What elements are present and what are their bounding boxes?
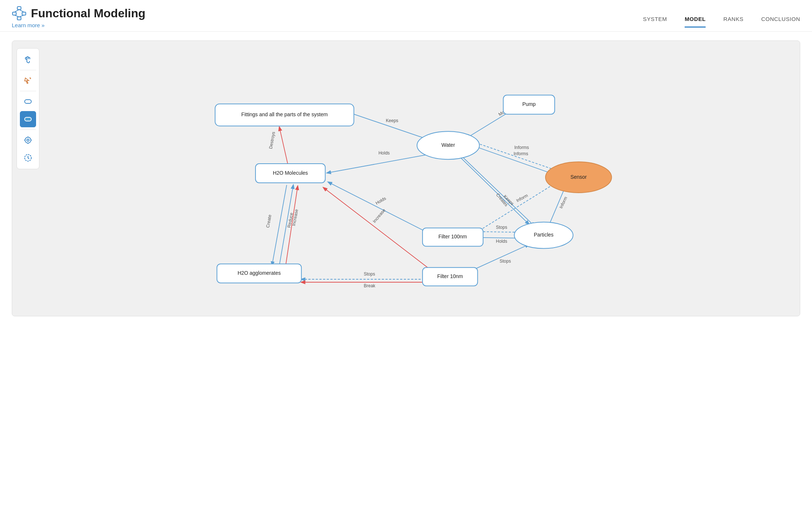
edge-label-increase1: Increase (291, 209, 299, 226)
edge-label-informs2: Informs (514, 145, 529, 150)
edge-label-stops3: Stops (499, 259, 511, 264)
edge-label-holds3: Holds (496, 239, 507, 244)
svg-rect-9 (25, 117, 31, 121)
svg-rect-8 (25, 100, 31, 103)
node-particles-label: Particles (534, 232, 554, 238)
svg-point-11 (27, 139, 29, 141)
node-sensor-label: Sensor (571, 174, 587, 180)
svg-line-6 (14, 15, 19, 17)
svg-point-10 (25, 137, 31, 143)
learn-more-link[interactable]: Learn more » (12, 22, 145, 28)
edge-label-inform2: Inform (515, 193, 529, 203)
rect-tool[interactable] (20, 93, 36, 110)
node-fittings-label: Fittings and all the parts of the system (241, 111, 328, 117)
target-icon (24, 136, 32, 145)
svg-line-31 (469, 245, 529, 272)
arrow-tool[interactable] (20, 72, 36, 89)
svg-line-22 (279, 127, 289, 167)
node-pump-label: Pump (522, 101, 536, 107)
edge-label-create: Create (265, 214, 272, 228)
svg-rect-0 (17, 7, 21, 10)
svg-line-20 (327, 153, 438, 173)
arrow-icon (24, 76, 32, 85)
nav-ranks[interactable]: RANKS (723, 10, 744, 28)
divider-1 (20, 70, 36, 70)
node-h2o-mol-label: H2O Molecules (273, 170, 308, 176)
rect-icon (24, 97, 32, 106)
nav-system[interactable]: SYSTEM (643, 10, 667, 28)
title-row: Functional Modeling (12, 6, 145, 21)
main-content: Moves Keeps Informs Holds Creates Destro… (0, 32, 812, 325)
node-h2o-agg-label: H2O agglomerates (238, 270, 281, 276)
app-title: Functional Modeling (31, 7, 145, 20)
touch-icon (24, 55, 32, 64)
header-left: Functional Modeling Learn more » (12, 6, 145, 31)
nav-model[interactable]: MODEL (685, 10, 706, 28)
svg-line-5 (19, 10, 24, 12)
divider-3 (20, 129, 36, 130)
diagram-svg: Moves Keeps Informs Holds Creates Destro… (12, 41, 800, 316)
target-tool[interactable] (20, 132, 36, 148)
edge-label-stops1: Stops (364, 271, 375, 277)
edge-label-stops2: Stops (496, 225, 507, 230)
divider-2 (20, 91, 36, 91)
main-nav: SYSTEM MODEL RANKS CONCLUSION (643, 10, 800, 28)
node-water-label: Water (441, 142, 455, 148)
svg-line-21 (458, 154, 529, 224)
edge-label-break: Break (364, 283, 375, 288)
clock-icon (24, 153, 32, 162)
svg-rect-1 (13, 12, 16, 15)
node-filter100-label: Filter 100nm (438, 234, 467, 239)
svg-rect-2 (22, 12, 26, 15)
edge-label-increase2: Increase (372, 207, 386, 224)
toolbar (17, 48, 39, 169)
node-filter10-label: Filter 10nm (437, 273, 463, 279)
edge-label-holds2: Holds (375, 196, 387, 206)
filled-rect-icon (24, 115, 32, 124)
diagram-container: Moves Keeps Informs Holds Creates Destro… (12, 40, 800, 316)
touch-tool[interactable] (20, 51, 36, 68)
edge-label-holds1: Holds (378, 150, 390, 156)
svg-line-23 (272, 185, 287, 265)
nav-conclusion[interactable]: CONCLUSION (761, 10, 800, 28)
edge-label-inform1: Inform (558, 196, 568, 209)
edge-label-keeps1: Keeps (386, 118, 398, 123)
svg-line-4 (14, 10, 19, 12)
svg-line-33 (459, 154, 534, 226)
filled-rect-tool[interactable] (20, 111, 36, 127)
header: Functional Modeling Learn more » SYSTEM … (0, 0, 812, 32)
svg-rect-3 (17, 17, 21, 20)
svg-line-7 (19, 15, 24, 17)
app-icon (12, 6, 27, 21)
edge-label-destroys: Destroys (268, 131, 276, 149)
clock-tool[interactable] (20, 150, 36, 166)
edge-label-informs1: Informs (513, 151, 528, 156)
